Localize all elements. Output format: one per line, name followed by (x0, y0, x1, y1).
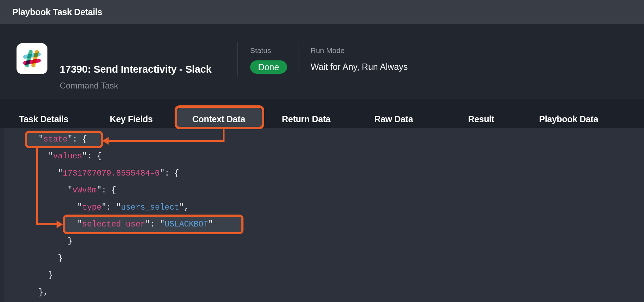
tab-result[interactable]: Result (437, 99, 525, 128)
modal-title: Playbook Task Details (0, 7, 102, 17)
status-badge: Done (250, 60, 287, 74)
tab-key-fields[interactable]: Key Fields (87, 99, 175, 128)
tab-label: Raw Data (374, 114, 413, 124)
task-header: 17390: Send Interactivity - Slack Comman… (0, 24, 644, 99)
modal-title-bar: Playbook Task Details (0, 0, 644, 24)
code-line: } (29, 267, 644, 284)
tab-label: Key Fields (110, 114, 152, 124)
code-line: }, (29, 284, 644, 301)
tab-return-data[interactable]: Return Data (262, 99, 350, 128)
task-subtitle: Command Task (60, 81, 118, 91)
tab-playbook-data[interactable]: Playbook Data (525, 99, 612, 128)
run-mode-value: Wait for Any, Run Always (311, 62, 408, 72)
code-line: } (29, 250, 644, 267)
tab-raw-data[interactable]: Raw Data (350, 99, 437, 128)
tab-label: Return Data (282, 114, 330, 124)
code-line: "state": { (29, 131, 644, 148)
code-lines: "state": { "values": { "1731707079.85554… (0, 127, 644, 302)
status-label: Status (250, 46, 271, 55)
divider (238, 42, 238, 77)
code-line: "values": { (29, 148, 644, 165)
code-line: "vWv8m": { (29, 182, 644, 199)
code-line: "selected_user": "USLACKBOT" (29, 216, 644, 233)
slack-icon (17, 43, 47, 74)
tab-context-data[interactable]: Context Data (175, 99, 262, 128)
divider (299, 42, 299, 77)
code-line: "type": "users_select", (29, 199, 644, 216)
tab-label: Result (468, 114, 494, 124)
tab-bar: Task Details Key Fields Context Data Ret… (0, 99, 644, 128)
playbook-task-details-modal: Playbook Task Details 17390: Send Intera… (0, 0, 644, 302)
tab-label: Context Data (192, 114, 245, 124)
task-title: 17390: Send Interactivity - Slack (60, 64, 212, 75)
tab-label: Playbook Data (539, 114, 598, 124)
run-mode-label: Run Mode (311, 46, 345, 55)
tab-task-details[interactable]: Task Details (0, 99, 87, 128)
code-line: "1731707079.8555484-0": { (29, 165, 644, 182)
tab-label: Task Details (19, 114, 68, 124)
code-line: } (29, 233, 644, 250)
